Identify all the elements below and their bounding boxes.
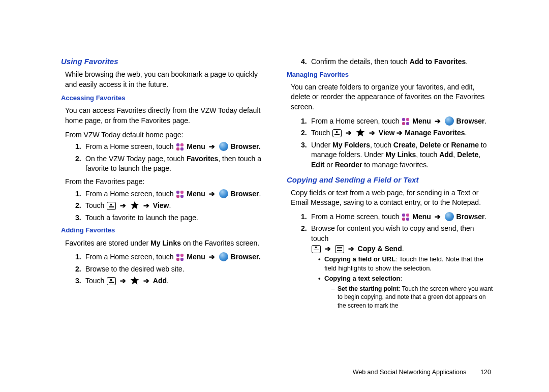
apps-grid-icon xyxy=(176,253,184,261)
softkey-icon xyxy=(312,245,321,253)
apps-grid-icon xyxy=(402,213,410,221)
list-lines-icon xyxy=(335,245,344,253)
fav-step-2: Touch ➔ ➔ View. xyxy=(75,201,267,211)
manage-step-1: From a Home screen, touch Menu ➔ Browser… xyxy=(301,116,493,127)
arrow-icon: ➔ xyxy=(209,253,215,261)
apps-grid-icon xyxy=(176,190,184,198)
intro-text: While browsing the web, you can bookmark… xyxy=(61,70,267,89)
section-title-using-favorites: Using Favorites xyxy=(61,56,267,67)
softkey-icon xyxy=(107,277,116,285)
svg-marker-2 xyxy=(356,129,365,137)
star-icon xyxy=(130,201,139,210)
arrow-icon: ➔ xyxy=(143,277,149,285)
arrow-icon: ➔ xyxy=(120,277,126,285)
managing-text: You can create folders to organize your … xyxy=(287,82,493,112)
manage-steps: From a Home screen, touch Menu ➔ Browser… xyxy=(287,116,493,170)
vzw-step-2: On the VZW Today page, touch Favorites, … xyxy=(75,154,267,174)
copy-dash: Set the starting point: Touch the screen… xyxy=(324,285,493,310)
arrow-icon: ➔ xyxy=(435,213,441,221)
copy-step-1: From a Home screen, touch Menu ➔ Browser… xyxy=(301,212,493,222)
fav-step-1: From a Home screen, touch Menu ➔ Browser… xyxy=(75,189,267,199)
add-step-4: Confirm the details, then touch Add to F… xyxy=(301,57,493,67)
apps-grid-icon xyxy=(402,117,410,126)
svg-marker-1 xyxy=(131,277,139,285)
accessing-text: You can access Favorites directly from t… xyxy=(61,106,267,126)
apps-grid-icon xyxy=(176,143,184,151)
section-title-copying: Copying and Sending a Field or Text xyxy=(287,174,493,185)
arrow-icon: ➔ xyxy=(209,142,215,150)
left-column: Using Favorites While browsing the web, … xyxy=(61,56,267,364)
vzw-steps: From a Home screen, touch Menu ➔ Browser… xyxy=(61,142,267,174)
softkey-icon xyxy=(332,129,342,137)
add-step-1: From a Home screen, touch Menu ➔ Browser… xyxy=(75,252,267,262)
bullet-copy-field: Copying a field or URL: Touch the field.… xyxy=(318,255,493,273)
manage-step-3: Under My Folders, touch Create, Delete o… xyxy=(301,140,493,170)
subheading-accessing: Accessing Favorites xyxy=(61,94,267,103)
footer-chapter: Web and Social Networking Applications xyxy=(353,368,467,377)
arrow-icon: ➔ xyxy=(209,190,215,198)
bullet-copy-text: Copying a text selection: Set the starti… xyxy=(318,274,493,310)
footer-page-number: 120 xyxy=(480,368,491,377)
manage-step-2: Touch ➔ ➔ View ➔ Manage Favorites. xyxy=(301,128,493,138)
from-fav-label: From the Favorites page: xyxy=(65,177,267,187)
add-steps: From a Home screen, touch Menu ➔ Browser… xyxy=(61,252,267,286)
arrow-icon: ➔ xyxy=(348,245,354,253)
softkey-icon xyxy=(107,202,116,210)
arrow-icon: ➔ xyxy=(435,117,441,125)
vzw-step-1: From a Home screen, touch Menu ➔ Browser… xyxy=(75,142,267,152)
subheading-managing: Managing Favorites xyxy=(287,70,493,79)
add-step-2: Browse to the desired web site. xyxy=(75,264,267,275)
globe-icon xyxy=(219,252,228,261)
svg-marker-0 xyxy=(131,201,139,209)
star-icon xyxy=(130,276,139,285)
adding-text: Favorites are stored under My Links on t… xyxy=(61,238,267,249)
fav-step-3: Touch a favorite to launch the page. xyxy=(75,213,267,223)
subheading-adding: Adding Favorites xyxy=(61,226,267,235)
copy-step-2: Browse for content you wish to copy and … xyxy=(301,224,493,310)
right-column: Confirm the details, then touch Add to F… xyxy=(287,56,493,364)
fav-steps: From a Home screen, touch Menu ➔ Browser… xyxy=(61,189,267,223)
arrow-icon: ➔ xyxy=(325,245,331,253)
globe-icon xyxy=(445,116,454,126)
arrow-icon: ➔ xyxy=(143,201,149,209)
add-steps-continued: Confirm the details, then touch Add to F… xyxy=(287,57,493,67)
copy-steps: From a Home screen, touch Menu ➔ Browser… xyxy=(287,212,493,310)
arrow-icon: ➔ xyxy=(120,201,126,209)
page-footer: Web and Social Networking Applications 1… xyxy=(61,364,493,377)
from-vzw-label: From VZW Today default home page: xyxy=(65,130,267,140)
arrow-icon: ➔ xyxy=(346,129,352,137)
add-step-3: Touch ➔ ➔ Add. xyxy=(75,276,267,286)
dash-starting-point: Set the starting point: Touch the screen… xyxy=(331,285,493,310)
globe-icon xyxy=(219,189,228,198)
star-icon xyxy=(356,128,365,137)
arrow-icon: ➔ xyxy=(369,129,375,137)
copy-bullets: Copying a field or URL: Touch the field.… xyxy=(311,255,493,310)
copy-text: Copy fields or text from a web page, for… xyxy=(287,188,493,208)
globe-icon xyxy=(445,212,454,221)
globe-icon xyxy=(219,142,228,151)
